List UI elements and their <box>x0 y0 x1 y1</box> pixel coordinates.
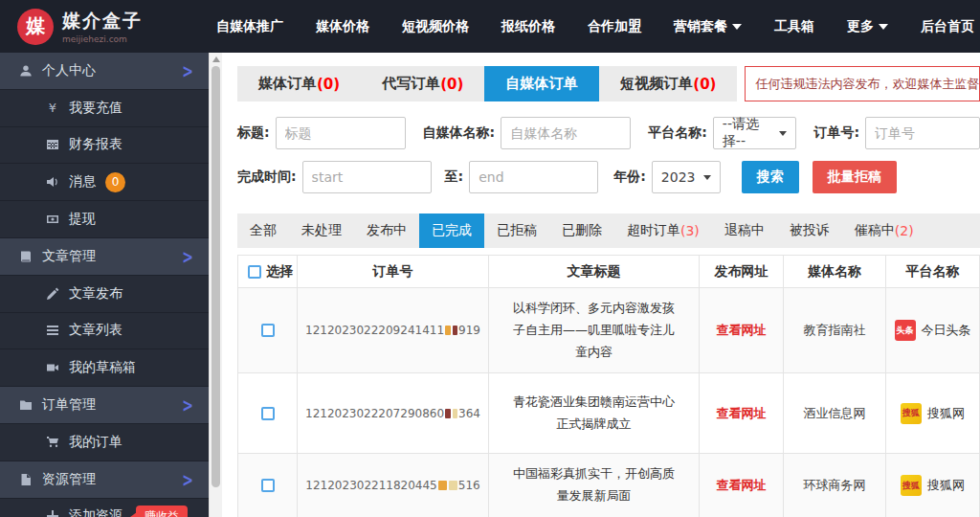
sidebar-item-add-resource[interactable]: 添加资源 赚收益 <box>0 499 209 517</box>
nav-zimeiti-promo[interactable]: 自媒体推广 <box>216 18 283 35</box>
chevron-down-icon <box>779 131 787 136</box>
nav-backend-home[interactable]: 后台首页 <box>921 18 974 35</box>
sidebar-item-article-publish[interactable]: 文章发布 <box>0 276 209 313</box>
nav-more[interactable]: 更多 <box>847 18 888 35</box>
cart-icon <box>44 436 61 449</box>
scrollbar-up-arrow-icon[interactable] <box>212 56 220 62</box>
view-url-link[interactable]: 查看网址 <box>717 405 767 422</box>
view-url-link[interactable]: 查看网址 <box>717 477 767 494</box>
sidebar-item-resource-management[interactable]: 资源管理 > <box>0 461 209 499</box>
media-name: 酒业信息网 <box>784 373 886 453</box>
camera-icon <box>44 361 61 374</box>
article-title: 青花瓷酒业集团赣南运营中心正式揭牌成立 <box>489 373 700 453</box>
sidebar-item-article-list[interactable]: 文章列表 <box>0 313 209 350</box>
redacted-block <box>449 481 457 490</box>
status-tab-complained[interactable]: 被投诉 <box>777 214 842 248</box>
order-number: 1212023022207290860364 <box>298 373 489 453</box>
platform-filter-select[interactable]: --请选择-- <box>713 117 797 149</box>
sidebar-item-order-management[interactable]: 订单管理 > <box>0 387 209 424</box>
tab-shortvideo-orders[interactable]: 短视频订单(0) <box>599 66 737 101</box>
start-date-input[interactable] <box>302 161 432 193</box>
order-no-filter-input[interactable] <box>865 117 980 149</box>
media-name-filter-label: 自媒体名称: <box>423 124 496 142</box>
main-content: 媒体订单(0) 代写订单 (0) 自媒体订单 短视频订单(0) 任何违规违法内容… <box>223 53 980 517</box>
status-tab-unprocessed[interactable]: 未处理 <box>289 214 354 248</box>
sidebar: 个人中心 > ¥ 我要充值 财务报表 消息 0 提现 文章管理 > 文章发布 文… <box>0 53 209 517</box>
cash-icon <box>44 213 61 226</box>
row-checkbox[interactable] <box>261 479 275 492</box>
order-type-tabs: 媒体订单(0) 代写订单 (0) 自媒体订单 短视频订单(0) <box>237 66 737 101</box>
status-tab-urging[interactable]: 催稿中(2) <box>842 214 926 248</box>
nav-marketing-package[interactable]: 营销套餐 <box>674 18 742 35</box>
sidebar-item-personal-center[interactable]: 个人中心 > <box>0 53 209 90</box>
platform-name: 搜狐 搜狐网 <box>886 454 979 517</box>
chevron-right-icon: > <box>182 246 193 267</box>
logo-icon: 媒 <box>17 9 54 45</box>
select-all-checkbox[interactable] <box>248 265 261 279</box>
col-article-title: 文章标题 <box>489 256 700 287</box>
redacted-block <box>438 481 447 490</box>
end-date-input[interactable] <box>469 161 598 193</box>
chevron-right-icon: > <box>182 60 193 81</box>
row-checkbox[interactable] <box>261 407 275 420</box>
sidebar-scrollbar[interactable] <box>209 53 222 517</box>
sidebar-item-drafts[interactable]: 我的草稿箱 <box>0 349 209 387</box>
tab-ghostwrite-orders[interactable]: 代写订单 (0) <box>361 66 484 101</box>
nav-media-price[interactable]: 媒体价格 <box>316 18 369 35</box>
sidebar-item-finance-report[interactable]: 财务报表 <box>0 127 209 165</box>
status-tab-returning[interactable]: 退稿中 <box>712 214 777 248</box>
top-nav: 自媒体推广 媒体价格 短视频价格 报纸价格 合作加盟 营销套餐 工具箱 更多 后… <box>216 18 974 35</box>
chevron-down-icon <box>703 175 711 180</box>
list-icon <box>44 324 61 337</box>
view-url-link[interactable]: 查看网址 <box>717 322 767 339</box>
tab-media-orders[interactable]: 媒体订单(0) <box>237 66 361 101</box>
chevron-right-icon: > <box>182 468 193 489</box>
status-tab-rejected[interactable]: 已拒稿 <box>484 214 549 248</box>
filter-row-1: 标题: 自媒体名称: 平台名称: --请选择-- 订单号: <box>237 117 980 149</box>
table-row: 1212023022209241411919 以科学闭环、多元内容激发孩子自主用… <box>238 288 979 373</box>
nav-join[interactable]: 合作加盟 <box>588 18 641 35</box>
status-tab-all[interactable]: 全部 <box>237 214 289 248</box>
nav-paper-price[interactable]: 报纸价格 <box>501 18 555 35</box>
top-header: 媒 媒介盒子 meijiehezi.com 自媒体推广 媒体价格 短视频价格 报… <box>0 0 980 53</box>
brand-logo[interactable]: 媒 媒介盒子 meijiehezi.com <box>17 9 209 45</box>
title-filter-input[interactable] <box>276 117 406 149</box>
status-tab-overtime[interactable]: 超时订单(3) <box>614 214 712 248</box>
redacted-block <box>445 409 451 418</box>
media-name-filter-input[interactable] <box>501 117 631 149</box>
toutiao-icon: 头条 <box>895 320 916 341</box>
tab-zimeiti-orders[interactable]: 自媒体订单 <box>484 66 599 101</box>
to-label: 至: <box>445 169 464 186</box>
order-number: 1212023022209241411919 <box>298 288 489 372</box>
sidebar-item-article-management[interactable]: 文章管理 > <box>0 238 209 276</box>
sidebar-item-recharge[interactable]: ¥ 我要充值 <box>0 90 209 127</box>
book-icon <box>17 250 34 263</box>
col-publish-url: 发布网址 <box>700 256 784 287</box>
status-tab-completed[interactable]: 已完成 <box>419 214 484 248</box>
batch-reject-button[interactable]: 批量拒稿 <box>813 161 897 193</box>
status-tab-deleted[interactable]: 已删除 <box>549 214 614 248</box>
year-label: 年份: <box>613 169 646 186</box>
status-tabs: 全部 未处理 发布中 已完成 已拒稿 已删除 超时订单(3) 退稿中 被投诉 催… <box>237 214 980 248</box>
article-title: 以科学闭环、多元内容激发孩子自主用——叽里呱啦专注儿童内容 <box>489 288 700 372</box>
scrollbar-thumb[interactable] <box>212 66 220 487</box>
filter-row-2: 完成时间: 至: 年份: 2023 搜索 批量拒稿 <box>237 161 980 193</box>
brand-name: 媒介盒子 <box>62 9 143 34</box>
speaker-icon <box>44 175 61 189</box>
table-row: 121202302211820445516 中国福彩真抓实干，开创高质量发展新局… <box>238 454 979 517</box>
status-tab-publishing[interactable]: 发布中 <box>354 214 419 248</box>
sidebar-item-messages[interactable]: 消息 0 <box>0 164 209 201</box>
table-icon <box>44 138 61 151</box>
nav-toolbox[interactable]: 工具箱 <box>774 18 814 35</box>
year-select[interactable]: 2023 <box>652 161 721 193</box>
col-platform-name: 平台名称 <box>886 256 979 287</box>
chevron-right-icon: > <box>182 394 193 416</box>
platform-name: 搜狐 搜狐网 <box>886 373 979 453</box>
row-checkbox[interactable] <box>261 324 275 337</box>
redacted-block <box>453 409 458 418</box>
nav-video-price[interactable]: 短视频价格 <box>402 18 469 35</box>
sidebar-item-withdraw[interactable]: 提现 <box>0 201 209 238</box>
plus-icon <box>44 509 61 517</box>
sidebar-item-my-orders[interactable]: 我的订单 <box>0 424 209 461</box>
search-button[interactable]: 搜索 <box>742 161 799 193</box>
